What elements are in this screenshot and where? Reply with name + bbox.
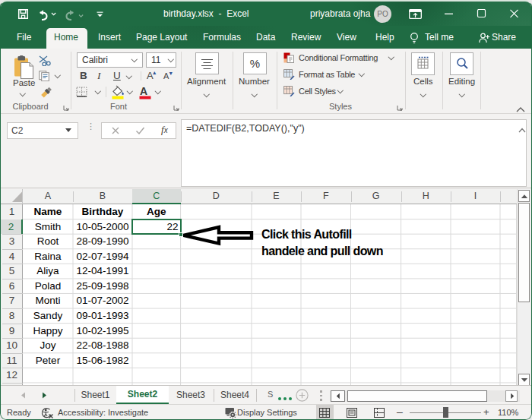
svg-text:A: A (140, 85, 147, 97)
